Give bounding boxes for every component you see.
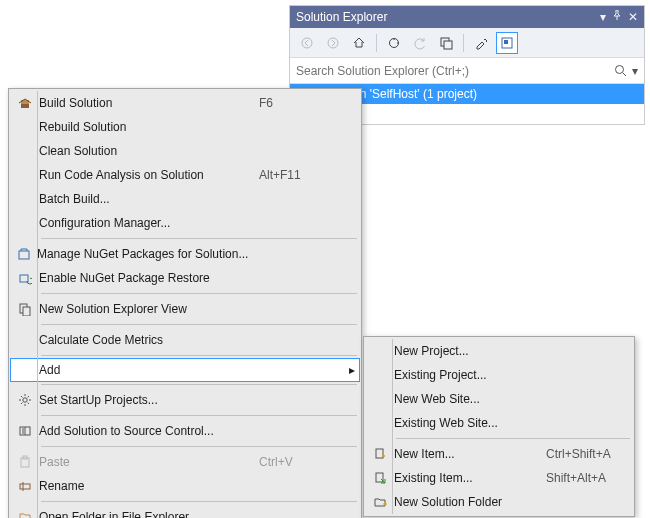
solution-explorer-toolbar (290, 28, 644, 58)
menu-open-folder[interactable]: Open Folder in File Explorer (11, 505, 359, 518)
existing-item-icon (366, 471, 394, 485)
menu-add-to-source-control[interactable]: Add Solution to Source Control... (11, 419, 359, 443)
svg-rect-10 (21, 104, 29, 108)
gear-icon (11, 393, 39, 407)
paste-icon (11, 455, 39, 469)
preview-selected-icon[interactable] (496, 32, 518, 54)
submenu-new-web-site[interactable]: New Web Site... (366, 387, 632, 411)
submenu-existing-project[interactable]: Existing Project... (366, 363, 632, 387)
new-view-icon (11, 302, 39, 316)
new-item-icon (366, 447, 394, 461)
menu-new-solution-explorer-view[interactable]: New Solution Explorer View (11, 297, 359, 321)
svg-rect-6 (504, 40, 508, 44)
search-bar: ▾ (290, 58, 644, 84)
build-icon (11, 96, 39, 110)
submenu-existing-item[interactable]: Existing Item...Shift+Alt+A (366, 466, 632, 490)
menu-calculate-code-metrics[interactable]: Calculate Code Metrics (11, 328, 359, 352)
pin-icon[interactable] (612, 10, 622, 24)
back-icon[interactable] (296, 32, 318, 54)
menu-manage-nuget[interactable]: Manage NuGet Packages for Solution... (11, 242, 359, 266)
menu-enable-nuget-restore[interactable]: Enable NuGet Package Restore (11, 266, 359, 290)
svg-point-0 (302, 38, 312, 48)
add-submenu: New Project... Existing Project... New W… (363, 336, 635, 517)
properties-icon[interactable] (470, 32, 492, 54)
svg-rect-13 (20, 275, 28, 282)
svg-point-1 (328, 38, 338, 48)
solution-explorer-titlebar: Solution Explorer ▾ ✕ (290, 6, 644, 28)
sync-views-icon[interactable] (383, 32, 405, 54)
menu-clean-solution[interactable]: Clean Solution (11, 139, 359, 163)
svg-rect-12 (19, 251, 29, 259)
submenu-new-project[interactable]: New Project... (366, 339, 632, 363)
svg-point-16 (23, 398, 27, 402)
menu-set-startup-projects[interactable]: Set StartUp Projects... (11, 388, 359, 412)
folder-icon (11, 510, 39, 518)
collapse-all-icon[interactable] (435, 32, 457, 54)
svg-rect-20 (20, 484, 30, 489)
menu-build-solution[interactable]: Build Solution F6 (11, 91, 359, 115)
nuget-restore-icon (11, 271, 39, 285)
submenu-new-item[interactable]: New Item...Ctrl+Shift+A (366, 442, 632, 466)
submenu-new-solution-folder[interactable]: New Solution Folder (366, 490, 632, 514)
search-icon[interactable] (610, 64, 628, 78)
context-menu: Build Solution F6 Rebuild Solution Clean… (8, 88, 362, 518)
menu-add[interactable]: Add▸ (10, 358, 360, 382)
menu-paste: PasteCtrl+V (11, 450, 359, 474)
close-icon[interactable]: ✕ (628, 10, 638, 24)
menu-rename[interactable]: Rename (11, 474, 359, 498)
dropdown-icon[interactable]: ▾ (600, 10, 606, 24)
search-dropdown-icon[interactable]: ▾ (628, 64, 638, 78)
svg-rect-15 (23, 307, 30, 316)
new-folder-icon (366, 495, 394, 509)
svg-point-7 (616, 65, 624, 73)
submenu-arrow-icon: ▸ (345, 363, 359, 377)
menu-configuration-manager[interactable]: Configuration Manager... (11, 211, 359, 235)
svg-rect-4 (444, 41, 452, 49)
menu-rebuild-solution[interactable]: Rebuild Solution (11, 115, 359, 139)
submenu-existing-web-site[interactable]: Existing Web Site... (366, 411, 632, 435)
source-control-icon (11, 424, 39, 438)
nuget-icon (11, 247, 37, 261)
home-icon[interactable] (348, 32, 370, 54)
refresh-icon[interactable] (409, 32, 431, 54)
rename-icon (11, 479, 39, 493)
solution-explorer-title: Solution Explorer (296, 10, 600, 24)
menu-run-code-analysis[interactable]: Run Code Analysis on SolutionAlt+F11 (11, 163, 359, 187)
search-input[interactable] (296, 64, 610, 78)
menu-batch-build[interactable]: Batch Build... (11, 187, 359, 211)
forward-icon[interactable] (322, 32, 344, 54)
